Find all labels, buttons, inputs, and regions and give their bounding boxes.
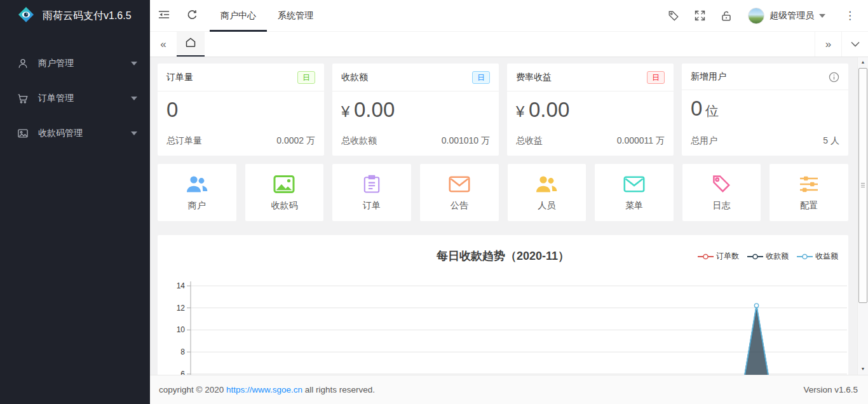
shortcut-label: 配置 [800,200,818,212]
tab-merchant-center[interactable]: 商户中心 [210,0,267,32]
info-icon[interactable] [829,72,839,83]
legend-marker-icon [797,253,813,260]
collapse-sidebar-button[interactable] [150,0,178,32]
sidebar: 雨荷云码支付v1.6.5 商户管理 订单管理 收款码 [0,0,150,404]
mail-icon [449,174,470,194]
main-content: 订单量 日 0 总订单量 0.0002 万 收款额 日 ¥ 0.00 总收款额 … [150,57,857,375]
home-page-tab[interactable] [177,32,205,57]
shortcut-menus[interactable]: 菜单 [595,164,674,221]
scrollbar-up-arrow[interactable]: ▲ [858,57,868,67]
stat-title: 新增用户 [691,71,726,83]
page-tabstrip: « » [150,32,868,57]
vertical-scrollbar[interactable]: ▲ ▼ [857,57,868,375]
menu-fold-icon [158,10,170,22]
currency-symbol: ¥ [516,103,529,120]
stat-value: 0 [158,91,324,125]
stat-card-fee-profit: 费率收益 日 ¥ 0.00 总收益 0.000011 万 [507,64,674,156]
users-icon [535,174,558,194]
daily-trend-chart-card: 每日收款趋势（2020-11） 订单数 收款额 收益额 02468101214 [158,235,848,375]
shortcut-label: 人员 [538,200,555,212]
svg-text:12: 12 [177,304,186,313]
legend-label: 收款额 [766,251,789,262]
version-text: Version v1.6.5 [803,385,858,394]
shortcut-qrcodes[interactable]: 收款码 [245,164,324,221]
app-logo-icon [18,6,34,25]
stats-row: 订单量 日 0 总订单量 0.0002 万 收款额 日 ¥ 0.00 总收款额 … [158,64,848,156]
copyright-text: copyright © 2020 https://www.sgoe.cn all… [159,385,375,394]
avatar [748,8,764,24]
shortcut-row: 商户 收款码 订单 公告 [158,164,848,221]
sliders-icon [799,174,819,194]
stat-head: 新增用户 [682,64,848,90]
legend-item-profit[interactable]: 收益额 [797,251,838,262]
legend-marker-icon [698,253,714,260]
stat-footer-value: 0.000011 万 [617,135,665,147]
shortcut-orders[interactable]: 订单 [332,164,411,221]
stat-card-new-users: 新增用户 0位 总用户 5 人 [682,64,848,156]
sidebar-item-merchant-management[interactable]: 商户管理 [0,46,150,81]
copyright-suffix: all rights reserved. [302,385,375,394]
shortcut-label: 日志 [713,200,731,212]
svg-text:8: 8 [180,347,185,356]
stat-number: 0.00 [354,98,395,121]
svg-text:6: 6 [180,370,185,375]
footer-link[interactable]: https://www.sgoe.cn [226,385,302,394]
kebab-menu-icon[interactable]: ⋮ [841,9,859,22]
scroll-tabs-left-button[interactable]: « [150,32,177,57]
stat-number: 0 [691,97,702,120]
fullscreen-icon[interactable] [695,10,706,22]
sidebar-item-label: 收款码管理 [38,128,131,139]
stat-footer-label: 总收益 [516,135,543,147]
home-icon [185,37,196,50]
scrollbar-down-arrow[interactable]: ▼ [858,364,868,374]
day-badge[interactable]: 日 [472,71,490,84]
stat-value: ¥ 0.00 [332,91,499,125]
brand[interactable]: 雨荷云码支付v1.6.5 [0,0,150,32]
tab-system-management[interactable]: 系统管理 [267,0,324,32]
shortcut-announcements[interactable]: 公告 [420,164,499,221]
scrollbar-thumb[interactable] [858,68,867,303]
day-badge[interactable]: 日 [297,71,315,84]
shortcut-merchants[interactable]: 商户 [158,164,236,221]
chart-legend: 订单数 收款额 收益额 [698,251,838,262]
tag-icon[interactable] [668,10,679,22]
chevron-down-icon [819,14,825,18]
shortcut-staff[interactable]: 人员 [508,164,587,221]
users-icon [186,174,208,194]
tab-label: 系统管理 [278,10,313,22]
shortcut-label: 收款码 [271,200,297,212]
top-header: 商户中心 系统管理 超级管理员 ⋮ [150,0,868,32]
legend-item-orders[interactable]: 订单数 [698,251,739,262]
user-icon [17,57,29,70]
stat-footer-label: 总收款额 [341,135,377,147]
user-menu[interactable]: 超级管理员 [748,8,825,24]
legend-label: 收益额 [815,251,838,262]
tabs-dropdown-button[interactable] [841,32,868,57]
shortcut-logs[interactable]: 日志 [682,164,761,221]
sidebar-item-order-management[interactable]: 订单管理 [0,81,150,116]
stat-card-income: 收款额 日 ¥ 0.00 总收款额 0.001010 万 [332,64,499,156]
stat-footer: 总订单量 0.0002 万 [158,135,324,156]
chevron-down-icon [131,131,137,135]
stat-value: ¥ 0.00 [507,91,674,125]
trend-chart: 02468101214 [158,279,848,375]
sidebar-item-qrcode-management[interactable]: 收款码管理 [0,116,150,151]
stat-number: 0.00 [529,98,569,121]
copyright-prefix: copyright © 2020 [159,385,226,394]
stat-footer-value: 0.001010 万 [442,135,490,147]
day-badge[interactable]: 日 [647,71,665,84]
unlock-icon[interactable] [721,10,733,22]
scroll-tabs-right-button[interactable]: » [815,32,841,57]
shortcut-settings[interactable]: 配置 [770,164,848,221]
legend-item-income[interactable]: 收款额 [747,251,789,262]
shortcut-label: 订单 [363,200,381,212]
stat-value: 0位 [682,90,848,124]
stat-footer-value: 0.0002 万 [276,135,315,147]
image-icon [17,127,29,140]
stat-head: 收款额 日 [332,64,499,91]
stat-footer-label: 总用户 [691,135,717,147]
stat-number: 0 [166,98,178,121]
shortcut-label: 公告 [451,200,468,212]
refresh-button[interactable] [178,0,206,32]
tag-icon [712,174,731,194]
